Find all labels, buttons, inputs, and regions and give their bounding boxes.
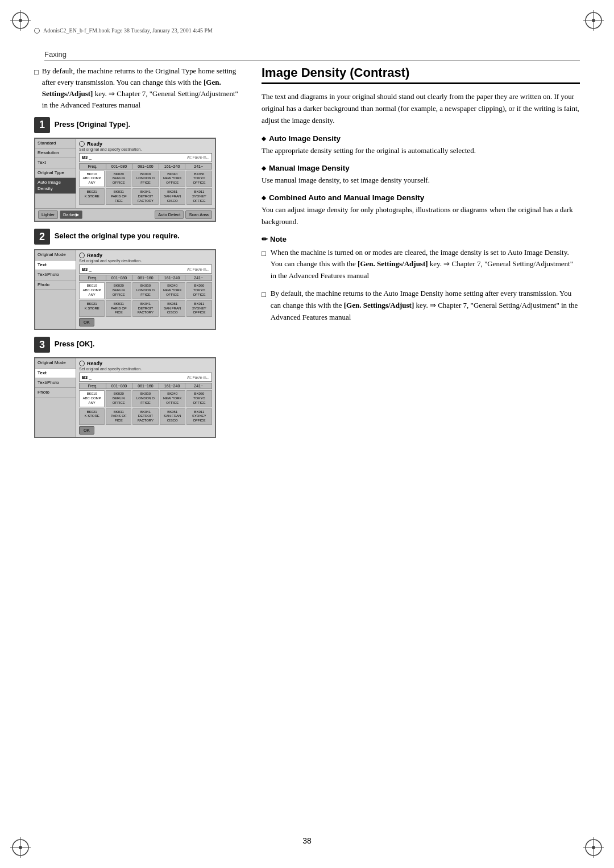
screen1-subtitle: Set original and specify destination. [79, 147, 212, 151]
corner-mark-tr [583, 10, 604, 31]
screen2-entries-row1: BK010ABC COMPANY BK020BERLINOFFICE BK030… [79, 282, 212, 299]
screen1-input-val: B3 _ [82, 155, 92, 160]
screen1-freq-row: Freq. 001~080 081~160 161~240 241~ [79, 163, 212, 170]
note-pencil-icon: ✏ [262, 235, 268, 243]
main-content: □ By default, the machine returns to the… [34, 65, 580, 445]
screen3-entries-row2: BK021K STORE BK031PARIS OFFICE BK041DETR… [79, 408, 212, 425]
screen2-input: B3 _ At: Fax/e-m... [79, 264, 212, 274]
svg-point-11 [19, 846, 22, 849]
screen1-autodetect-btn[interactable]: Auto Detect [155, 210, 184, 219]
screen3-input: B3 _ At: Fax/e-m... [79, 373, 212, 382]
screen3-freq-row: Freq. 001~080 081~160 161~240 241~ [79, 383, 212, 389]
screen2-si-origmode: Original Mode [35, 250, 76, 260]
combined-density-label: Combined Auto and Manual Image Density [269, 193, 424, 202]
left-column: □ By default, the machine returns to the… [34, 65, 239, 445]
svg-point-7 [592, 19, 595, 22]
screen3-ready-text: Ready [87, 361, 102, 366]
step1-block: 1 Press [Original Type]. Standard Resolu… [34, 117, 239, 222]
screen3-bottom-row: OK [79, 426, 212, 435]
section-label: Faxing [44, 50, 580, 59]
screen1-entry-7: BK031PARIS OFFICE [106, 188, 131, 205]
screen3-ok-btn[interactable]: OK [79, 426, 94, 435]
screen2-subtitle: Set original and specify destination. [79, 259, 212, 263]
note-bullet-icon-2: □ [262, 289, 266, 323]
screen1-lighter-btn[interactable]: Lighter [38, 210, 58, 219]
screen3-ready-icon [79, 361, 85, 366]
checkbox-icon: □ [34, 67, 39, 111]
screen2-ready-text: Ready [87, 253, 102, 258]
diamond-icon-3: ◆ [262, 195, 266, 201]
auto-density-label: Auto Image Density [269, 134, 341, 143]
screen1-mockup: Standard Resolution Text Original Type A… [34, 138, 216, 222]
screen3-si-origmode: Original Mode [35, 358, 76, 368]
manual-density-label: Manual Image Density [269, 164, 350, 172]
screen1-btn-row: Lighter Darker▶ Auto Detect Scan Area [35, 208, 215, 221]
screen1-entry-8: BK041DETROITFACTORY [132, 188, 158, 205]
screen1-main: Ready Set original and specify destinati… [76, 139, 215, 209]
screen1-entry-10: BK011SYDNEYOFFICE [186, 188, 212, 205]
screen1-si-standard: Standard [35, 139, 76, 148]
screen2-mockup: Original Mode Text Text/Photo Photo Read… [34, 249, 216, 330]
note-item-1-text: When the machine is turned on or modes a… [271, 247, 580, 282]
screen2-ok-btn[interactable]: OK [79, 318, 94, 326]
screen1-si-resolution: Resolution [35, 148, 76, 158]
screen1-entry-2: BK020BERLINOFFICE [106, 171, 131, 187]
screen3-sidebar: Original Mode Text Text/Photo Photo [35, 358, 76, 437]
screen1-fc-freq: Freq. [80, 164, 106, 169]
screen3-main: Ready Set original and specify destinati… [76, 358, 215, 437]
screen1-si-density: Auto Image Density [35, 178, 76, 194]
step3-label: 3 Press [OK]. [34, 337, 239, 353]
screen2-si-textphoto: Text/Photo [35, 270, 76, 280]
screen2-input-hint: At: Fax/e-m... [187, 267, 209, 271]
screen1-darker-btn[interactable]: Darker▶ [60, 210, 83, 219]
note-item-1: □ When the machine is turned on or modes… [262, 247, 580, 282]
manual-density-heading: ◆ Manual Image Density [262, 164, 580, 172]
header-dot-icon [34, 28, 40, 34]
screen2-bottom-row: OK [79, 318, 212, 326]
screen2-main: Ready Set original and specify destinati… [76, 250, 215, 329]
section-label-area: Faxing [44, 50, 580, 61]
screen1-input: B3 _ At: Fax/e-m... [79, 153, 212, 162]
note-item-2: □ By default, the machine returns to the… [262, 288, 580, 323]
screen1-fc-4: 241~ [185, 164, 211, 169]
screen1-fc-3: 161~240 [159, 164, 186, 169]
note-section: ✏ Note □ When the machine is turned on o… [262, 235, 580, 324]
screen2-sidebar: Original Mode Text Text/Photo Photo [35, 250, 76, 329]
screen3-input-val: B3 _ [82, 375, 92, 380]
combined-density-heading: ◆ Combined Auto and Manual Image Density [262, 193, 580, 202]
corner-mark-bl [10, 837, 31, 858]
note-bullet-icon-1: □ [262, 248, 266, 282]
screen3-input-hint: At: Fax/e-m... [187, 375, 209, 379]
screen1-entry-5: BK050TOKYOOFFICE [186, 171, 212, 187]
screen2-ready-icon [79, 253, 85, 258]
right-column: Image Density (Contrast) The text and di… [262, 65, 580, 445]
screen1-sidebar: Standard Resolution Text Original Type A… [35, 139, 76, 209]
intro-bullet: □ By default, the machine returns to the… [34, 65, 239, 111]
screen2-entries-row2: BK021K STORE BK031PARIS OFFICE BK041DETR… [79, 300, 212, 317]
screen1-fc-2: 081~160 [132, 164, 159, 169]
step1-label: 1 Press [Original Type]. [34, 117, 239, 133]
screen1-si-origtype: Original Type [35, 168, 76, 178]
note-heading: ✏ Note [262, 235, 580, 243]
step1-badge: 1 [34, 117, 50, 133]
auto-density-text: The appropriate density setting for the … [262, 145, 580, 157]
screen3-si-text: Text [35, 369, 76, 378]
diamond-icon-2: ◆ [262, 165, 266, 171]
screen1-entry-9: BK051SAN FRANCISCO [160, 188, 185, 205]
svg-point-15 [592, 846, 595, 849]
screen2-si-photo: Photo [35, 280, 76, 290]
screen1-entry-4: BK040NEW YORKOFFICE [160, 171, 185, 187]
corner-mark-br [583, 837, 604, 858]
manual-density-text: Use manual image density, to set image d… [262, 175, 580, 187]
screen1-entry-6: BK021K STORE [79, 188, 105, 205]
auto-density-heading: ◆ Auto Image Density [262, 134, 580, 143]
right-intro-text: The text and diagrams in your original s… [262, 91, 580, 126]
screen3-si-textphoto: Text/Photo [35, 378, 76, 388]
screen2-si-text: Text [35, 261, 76, 270]
section-title: Image Density (Contrast) [262, 65, 580, 84]
screen1-scanarea-btn[interactable]: Scan Area [185, 210, 212, 219]
screen2-input-val: B3 _ [82, 267, 92, 272]
step3-block: 3 Press [OK]. Original Mode Text Text/Ph… [34, 337, 239, 438]
header-file-text: AdonisC2_EN_b-f_FM.book Page 38 Tuesday,… [43, 27, 213, 34]
screen1-fc-1: 001~080 [106, 164, 133, 169]
